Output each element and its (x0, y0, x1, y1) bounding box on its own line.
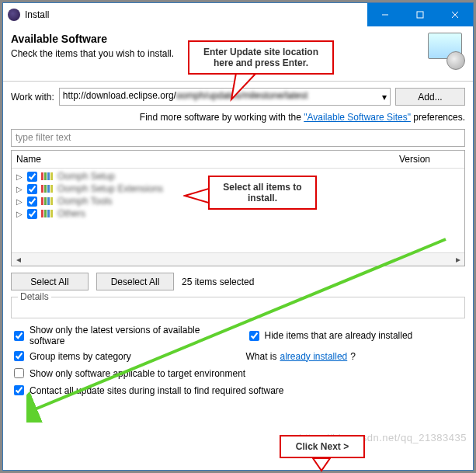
opt-hide-installed[interactable]: Hide items that are already installed (246, 325, 466, 346)
opt-target-env[interactable]: Show only software applicable to target … (11, 366, 465, 381)
callout-tail-3 (310, 457, 333, 473)
window-title: Install (25, 9, 367, 20)
callout-tail-1 (228, 71, 259, 105)
add-button[interactable]: Add... (395, 88, 465, 106)
column-version[interactable]: Version (394, 151, 464, 168)
work-with-value: http://download.eclipse.org/ (63, 90, 176, 101)
checkbox-contact-sites[interactable] (14, 385, 24, 395)
svg-marker-6 (313, 458, 330, 471)
install-dialog: Install Available Software Check the ite… (2, 2, 474, 471)
column-name[interactable]: Name (12, 151, 394, 168)
chevron-down-icon: ▾ (382, 92, 387, 103)
feature-icon (41, 197, 53, 205)
selection-row: Select All Deselect All 25 items selecte… (11, 273, 465, 290)
callout-enter-url: Enter Update site location here and pres… (188, 40, 334, 75)
deselect-all-button[interactable]: Deselect All (96, 273, 174, 290)
already-installed-link[interactable]: already installed (280, 351, 348, 362)
what-is-installed: What is already installed? (246, 349, 466, 363)
tree-header: Name Version (12, 151, 464, 169)
checkbox-target-env[interactable] (14, 368, 24, 378)
checkbox-latest-only[interactable] (14, 331, 24, 341)
opt-latest-only[interactable]: Show only the latest versions of availab… (11, 325, 231, 346)
tree-item-checkbox[interactable] (27, 184, 37, 194)
titlebar[interactable]: Install (3, 3, 473, 26)
tree-item-label: Oomph Tools (57, 196, 112, 207)
available-sites-link[interactable]: "Available Software Sites" (304, 112, 411, 123)
sites-hint: Find more software by working with the "… (11, 112, 465, 123)
callout-click-next: Click Next > (280, 435, 365, 458)
svg-marker-5 (185, 188, 211, 203)
tree-item-label: Others (57, 208, 85, 219)
details-group: Details (11, 297, 465, 318)
work-with-combo[interactable]: http://download.eclipse.org/oomph/update… (59, 88, 391, 106)
opt-contact-sites[interactable]: Contact all update sites during install … (11, 383, 465, 398)
svg-marker-4 (231, 73, 256, 99)
selection-count: 25 items selected (182, 276, 254, 287)
checkbox-group-category[interactable] (14, 351, 24, 361)
tree-item-label: Oomph Setup Extensions (57, 183, 163, 194)
select-all-button[interactable]: Select All (11, 273, 89, 290)
expand-icon[interactable]: ▷ (15, 185, 23, 193)
minimize-button[interactable] (367, 3, 402, 26)
checkbox-hide-installed[interactable] (249, 331, 259, 341)
feature-icon (41, 172, 53, 180)
horizontal-scrollbar[interactable]: ◂ ▸ (12, 252, 464, 266)
install-illustration-icon (428, 33, 465, 70)
close-button[interactable] (437, 3, 473, 26)
work-with-label: Work with: (11, 92, 54, 103)
callout-select-all: Select all items to install. (208, 176, 317, 210)
eclipse-icon (8, 9, 20, 21)
feature-icon (41, 210, 53, 217)
options-grid: Show only the latest versions of availab… (11, 325, 465, 398)
expand-icon[interactable]: ▷ (15, 210, 23, 218)
tree-item-checkbox[interactable] (27, 172, 37, 182)
feature-icon (41, 185, 53, 193)
scroll-left-icon[interactable]: ◂ (12, 253, 25, 266)
dialog-body: Work with: http://download.eclipse.org/o… (3, 82, 473, 470)
tree-item-checkbox[interactable] (27, 209, 37, 219)
tree-item-label: Oomph Setup (57, 171, 115, 182)
opt-group-category[interactable]: Group items by category (11, 349, 231, 363)
scroll-right-icon[interactable]: ▸ (451, 253, 464, 266)
details-label: Details (18, 291, 51, 302)
svg-rect-1 (417, 12, 423, 18)
expand-icon[interactable]: ▷ (15, 197, 23, 206)
expand-icon[interactable]: ▷ (15, 172, 23, 181)
tree-item-checkbox[interactable] (27, 197, 37, 207)
filter-input[interactable]: type filter text (11, 129, 465, 147)
maximize-button[interactable] (402, 3, 437, 26)
